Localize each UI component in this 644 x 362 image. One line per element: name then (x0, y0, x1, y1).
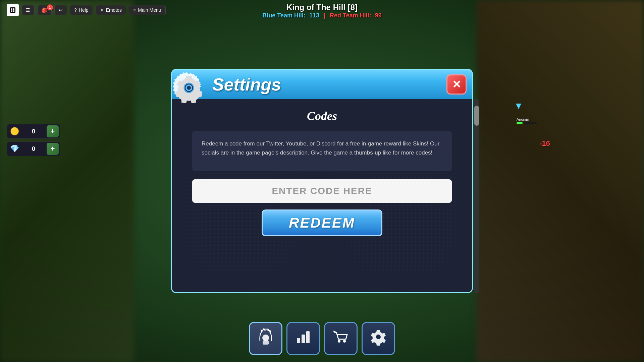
bottom-tab-bar (249, 322, 395, 355)
roblox-logo (7, 4, 19, 16)
dialog-header: Settings ✕ (171, 69, 473, 99)
svg-rect-13 (306, 331, 310, 343)
leaderboard-icon (294, 328, 312, 349)
help-icon: ? (74, 7, 77, 13)
game-title: King of The Hill [8] (262, 3, 382, 12)
blue-arrow-indicator: ▼ (514, 101, 523, 111)
gem-bar: 💎 0 + (7, 141, 60, 156)
tab-leaderboard[interactable] (286, 322, 320, 355)
gem-amount: 0 (22, 145, 45, 153)
shop-icon (332, 328, 350, 349)
blue-team-score: 113 (309, 12, 319, 19)
blue-team-label: Blue Team Hill: (262, 12, 306, 19)
gem-plus-button[interactable]: + (47, 143, 59, 155)
gold-bar: 🟡 0 + (7, 124, 60, 139)
score-divider: | (324, 12, 327, 19)
backpack-button[interactable]: 🎒 1 (37, 5, 52, 15)
dialog-scrollbar[interactable] (474, 99, 479, 293)
svg-rect-12 (302, 335, 305, 343)
svg-rect-4 (13, 10, 14, 12)
close-button[interactable]: ✕ (446, 74, 467, 95)
currency-bars: 🟡 0 + 💎 0 + (7, 124, 60, 156)
gear-icon-large (172, 71, 206, 105)
red-team-label: Red Team Hill: (330, 12, 371, 19)
dialog-body: Codes Redeem a code from our Twitter, Yo… (171, 99, 473, 293)
gold-icon: 🟡 (7, 124, 22, 139)
tab-settings[interactable] (362, 322, 395, 355)
gold-amount: 0 (22, 128, 45, 135)
hamburger-button[interactable]: ☰ (21, 5, 35, 15)
scrollbar-thumb (474, 106, 479, 126)
tab-shop[interactable] (324, 322, 358, 355)
redeem-button[interactable]: REDEEM (262, 209, 382, 236)
close-icon: ✕ (452, 78, 461, 91)
characters-icon (257, 328, 275, 349)
tab-characters[interactable] (249, 322, 282, 355)
svg-rect-3 (11, 10, 12, 12)
red-team-score: 99 (375, 12, 382, 19)
svg-rect-1 (11, 8, 12, 10)
back-icon: ↩ (59, 7, 63, 13)
backpack-icon: 🎒 (42, 7, 47, 13)
settings-icon (369, 328, 387, 349)
emotes-icon: ✦ (100, 7, 104, 13)
settings-dialog: Settings ✕ Codes Redeem a code from our … (171, 69, 473, 293)
hud-left-buttons: ☰ 🎒 1 ↩ ? Help ✦ Emotes ≡ Main Menu (7, 4, 166, 16)
dialog-title: Settings (212, 74, 281, 95)
main-menu-button[interactable]: ≡ Main Menu (129, 5, 165, 15)
anonim-health-fill (517, 122, 523, 124)
damage-indicator: -16 (539, 139, 550, 148)
code-input[interactable] (192, 179, 452, 203)
gem-icon: 💎 (7, 141, 22, 156)
help-button[interactable]: ? Help (70, 5, 93, 15)
anonim-player-label: Anonim (517, 117, 537, 124)
settings-dialog-overlay: Settings ✕ Codes Redeem a code from our … (171, 69, 473, 293)
main-menu-icon: ≡ (133, 7, 136, 13)
svg-point-16 (376, 335, 381, 339)
top-center: King of The Hill [8] Blue Team Hill: 113… (262, 3, 382, 19)
anonim-health-bar (517, 122, 537, 124)
codes-section-title: Codes (192, 109, 452, 123)
score-bar: Blue Team Hill: 113 | Red Team Hill: 99 (262, 12, 382, 19)
svg-rect-2 (13, 8, 14, 10)
svg-point-14 (338, 340, 340, 343)
svg-point-10 (262, 335, 269, 341)
bg-left (0, 0, 134, 362)
svg-rect-0 (10, 7, 15, 13)
gold-plus-button[interactable]: + (47, 125, 59, 137)
codes-description: Redeem a code from our Twitter, Youtube,… (192, 131, 452, 171)
emotes-button[interactable]: ✦ Emotes (96, 5, 126, 15)
backpack-badge: 1 (47, 4, 53, 10)
svg-point-15 (343, 340, 346, 343)
back-button[interactable]: ↩ (54, 5, 67, 15)
hamburger-icon: ☰ (26, 7, 30, 13)
bg-right (476, 0, 644, 362)
top-hud: ☰ 🎒 1 ↩ ? Help ✦ Emotes ≡ Main Menu Kin (0, 0, 644, 20)
svg-rect-11 (297, 338, 300, 343)
